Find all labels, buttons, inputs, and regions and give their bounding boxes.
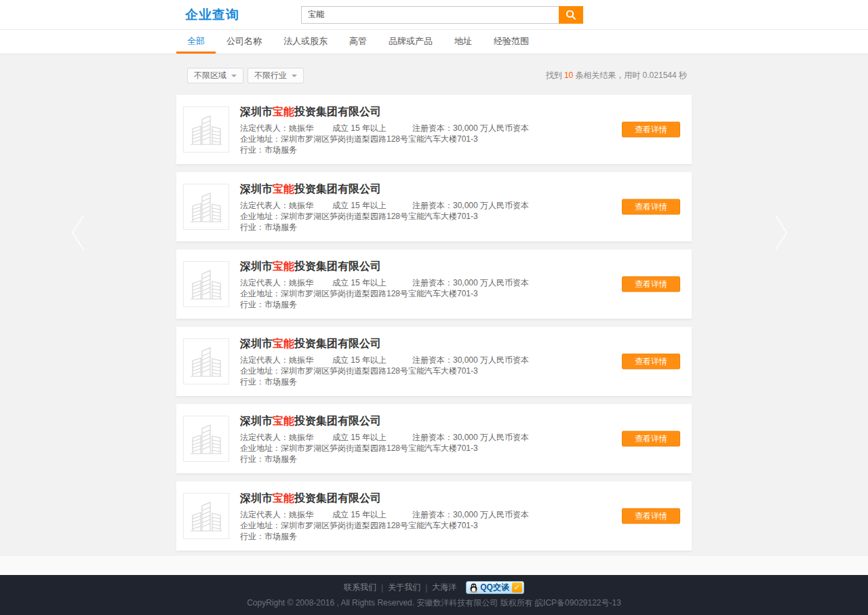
results-container: 不限区域 不限行业 找到10条相关结果，用时 0.021544 秒 [176,54,692,551]
registered-capital: 注册资本：30,000 万人民币资本 [412,123,529,134]
company-thumbnail [183,261,229,307]
footer-link-contact[interactable]: 联系我们 [344,582,376,593]
qq-chat-label: QQ交谈 [480,582,509,593]
company-thumbnail [183,493,229,539]
tab-bar-inner: 全部 公司名称 法人或股东 高管 品牌或产品 地址 经验范围 [176,30,692,54]
result-card: 深圳市宝能投资集团有限公司 法定代表人：姚振华 成立 15 年以上 注册资本：3… [176,250,692,319]
founded-years: 成立 15 年以上 [332,509,387,520]
result-count: 10 [564,71,573,80]
company-address-row: 企业地址：深圳市罗湖区笋岗街道梨园路128号宝能汽车大楼701-3 [240,211,529,222]
company-address-row: 企业地址：深圳市罗湖区笋岗街道梨园路128号宝能汽车大楼701-3 [240,134,529,144]
company-name-prefix: 深圳市 [240,492,273,504]
tab-legal-or-shareholder[interactable]: 法人或股东 [273,30,338,54]
company-name-link[interactable]: 深圳市宝能投资集团有限公司 [240,106,529,118]
footer-link-about[interactable]: 关于我们 [388,582,420,593]
view-details-button[interactable]: 查看详情 [622,354,680,370]
founded-years: 成立 15 年以上 [332,123,387,134]
company-name-prefix: 深圳市 [240,415,273,426]
view-details-button[interactable]: 查看详情 [622,431,680,447]
company-name-prefix: 深圳市 [240,260,273,272]
search-button[interactable] [559,6,583,24]
building-icon [187,497,225,535]
company-facts-row: 法定代表人：姚振华 成立 15 年以上 注册资本：30,000 万人民币资本 [240,509,529,520]
company-name-suffix: 投资集团有限公司 [294,260,381,272]
legal-representative: 法定代表人：姚振华 [240,277,313,288]
prefooter-strip [0,556,868,575]
building-icon [187,342,225,380]
keyword-highlight: 宝能 [273,415,294,426]
main-content: 不限区域 不限行业 找到10条相关结果，用时 0.021544 秒 [0,54,868,556]
result-summary: 找到10条相关结果，用时 0.021544 秒 [546,70,687,81]
tab-executives[interactable]: 高管 [338,30,378,54]
company-facts-row: 法定代表人：姚振华 成立 15 年以上 注册资本：30,000 万人民币资本 [240,432,529,443]
keyword-highlight: 宝能 [273,183,294,195]
company-info: 深圳市宝能投资集团有限公司 法定代表人：姚振华 成立 15 年以上 注册资本：3… [240,106,529,164]
view-details-button[interactable]: 查看详情 [622,509,680,524]
header: 企业查询 [0,0,868,30]
company-info: 深圳市宝能投资集团有限公司 法定代表人：姚振华 成立 15 年以上 注册资本：3… [240,492,529,551]
legal-representative: 法定代表人：姚振华 [240,200,313,211]
region-filter-dropdown[interactable]: 不限区域 [187,68,243,83]
result-summary-prefix: 找到 [546,71,562,80]
company-address-row: 企业地址：深圳市罗湖区笋岗街道梨园路128号宝能汽车大楼701-3 [240,288,529,299]
legal-representative: 法定代表人：姚振华 [240,509,313,520]
registered-capital: 注册资本：30,000 万人民币资本 [412,277,529,288]
result-card: 深圳市宝能投资集团有限公司 法定代表人：姚振华 成立 15 年以上 注册资本：3… [176,481,692,551]
view-details-button[interactable]: 查看详情 [622,122,680,138]
result-card: 深圳市宝能投资集团有限公司 法定代表人：姚振华 成立 15 年以上 注册资本：3… [176,327,692,396]
company-name-prefix: 深圳市 [240,338,273,349]
building-icon [187,420,225,458]
company-name-link[interactable]: 深圳市宝能投资集团有限公司 [240,260,529,273]
footer-separator: | [425,583,427,593]
company-name-prefix: 深圳市 [240,106,273,117]
keyword-highlight: 宝能 [273,338,294,349]
footer-link-dahaiyang[interactable]: 大海洋 [432,582,456,593]
company-industry-row: 行业：市场服务 [240,454,529,464]
company-name-link[interactable]: 深圳市宝能投资集团有限公司 [240,492,529,504]
view-details-button[interactable]: 查看详情 [622,277,680,292]
tab-address[interactable]: 地址 [443,30,483,54]
keyword-highlight: 宝能 [273,260,294,272]
tab-company-name[interactable]: 公司名称 [216,30,273,54]
company-address-row: 企业地址：深圳市罗湖区笋岗街道梨园路128号宝能汽车大楼701-3 [240,443,529,454]
registered-capital: 注册资本：30,000 万人民币资本 [412,355,529,365]
building-icon [187,188,225,226]
footer-separator: | [381,583,383,593]
keyword-highlight: 宝能 [273,492,294,504]
tab-brand-or-product[interactable]: 品牌或产品 [378,30,443,54]
company-name-suffix: 投资集团有限公司 [294,106,381,117]
company-industry-row: 行业：市场服务 [240,531,529,542]
chevron-left-icon[interactable] [70,212,86,253]
company-industry-row: 行业：市场服务 [240,376,529,387]
view-details-button[interactable]: 查看详情 [622,199,680,215]
company-name-suffix: 投资集团有限公司 [294,492,381,504]
chevron-right-icon[interactable] [773,212,789,253]
company-name-link[interactable]: 深圳市宝能投资集团有限公司 [240,183,529,195]
legal-representative: 法定代表人：姚振华 [240,432,313,443]
site-logo[interactable]: 企业查询 [185,6,239,24]
company-industry-row: 行业：市场服务 [240,144,529,155]
company-address-row: 企业地址：深圳市罗湖区笋岗街道梨园路128号宝能汽车大楼701-3 [240,520,529,531]
company-industry-row: 行业：市场服务 [240,222,529,233]
check-icon: ✓ [512,582,522,593]
legal-representative: 法定代表人：姚振华 [240,355,313,365]
founded-years: 成立 15 年以上 [332,277,387,288]
tab-all[interactable]: 全部 [176,30,216,54]
company-info: 深圳市宝能投资集团有限公司 法定代表人：姚振华 成立 15 年以上 注册资本：3… [240,183,529,241]
company-info: 深圳市宝能投资集团有限公司 法定代表人：姚振华 成立 15 年以上 注册资本：3… [240,415,529,473]
company-info: 深圳市宝能投资集团有限公司 法定代表人：姚振华 成立 15 年以上 注册资本：3… [240,338,529,396]
company-info: 深圳市宝能投资集团有限公司 法定代表人：姚振华 成立 15 年以上 注册资本：3… [240,260,529,319]
company-name-link[interactable]: 深圳市宝能投资集团有限公司 [240,338,529,350]
result-list: 深圳市宝能投资集团有限公司 法定代表人：姚振华 成立 15 年以上 注册资本：3… [176,95,692,551]
company-name-suffix: 投资集团有限公司 [294,415,381,426]
registered-capital: 注册资本：30,000 万人民币资本 [412,200,529,211]
qq-chat-button[interactable]: QQ交谈 ✓ [466,581,524,594]
founded-years: 成立 15 年以上 [332,200,387,211]
company-industry-row: 行业：市场服务 [240,299,529,310]
industry-filter-dropdown[interactable]: 不限行业 [248,68,304,83]
company-facts-row: 法定代表人：姚振华 成立 15 年以上 注册资本：30,000 万人民币资本 [240,123,529,134]
search-input[interactable] [301,6,559,24]
company-thumbnail [183,416,229,462]
tab-business-scope[interactable]: 经验范围 [483,30,540,54]
company-name-link[interactable]: 深圳市宝能投资集团有限公司 [240,415,529,427]
